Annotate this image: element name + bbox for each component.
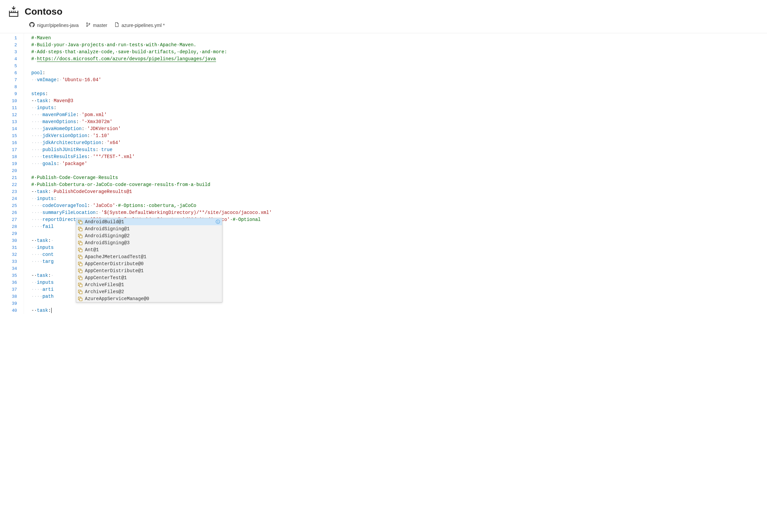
code-comment: #·Maven [31,35,51,41]
breadcrumb-file-label: azure-pipelines.yml * [121,23,165,28]
snippet-icon [78,268,83,273]
yaml-key: mavenOptions [43,119,76,124]
snippet-icon [78,219,83,225]
snippet-icon [78,226,83,232]
snippet-icon [78,240,83,246]
yaml-key: publishJUnitResults [43,147,96,152]
line-number: 40 [0,307,24,314]
yaml-value: Maven@3 [54,98,73,103]
yaml-key: jdkArchitectureOption [43,140,101,145]
yaml-key: inputs [37,105,54,110]
code-url[interactable]: https://docs.microsoft.com/azure/devops/… [37,56,216,62]
svg-rect-7 [80,228,82,231]
cursor [51,308,52,313]
line-number: 24 [0,195,24,202]
autocomplete-label: AppCenterDistribute@1 [85,268,143,273]
autocomplete-item[interactable]: AppCenterTest@1 [76,274,222,281]
line-number: 13 [0,118,24,125]
autocomplete-popup[interactable]: AndroidBuild@1ⓘAndroidSigning@1AndroidSi… [76,218,222,302]
yaml-key: pool [31,70,43,76]
line-number: 12 [0,111,24,118]
line-number: 21 [0,174,24,181]
svg-point-3 [89,23,90,24]
code-comment: #·Publish·Cobertura·or·JaCoCo·code·cover… [31,182,210,187]
code-comment: #·Publish·Code·Coverage·Results [31,175,118,180]
code-comment: ·#·Optional [230,217,261,222]
yaml-key: mavenPomFile [43,112,76,117]
autocomplete-label: AzureAppServiceManage@0 [85,296,149,301]
line-number: 4 [0,56,24,63]
line-number: 25 [0,202,24,209]
page-title: Contoso [25,6,63,17]
yaml-partial: fail [43,224,54,229]
github-icon [29,22,35,28]
autocomplete-label: AndroidSigning@1 [85,226,129,232]
yaml-key: jdkVersionOption [43,133,87,138]
yaml-key: vmImage [37,77,57,83]
svg-rect-25 [80,291,82,294]
yaml-value: 'x64' [107,140,121,145]
info-icon[interactable]: ⓘ [216,219,220,225]
autocomplete-item[interactable]: ArchiveFiles@2 [76,288,222,295]
yaml-key: inputs [37,196,54,201]
line-number: 1 [0,35,24,42]
yaml-key: inputs [37,280,54,285]
line-number: 22 [0,181,24,188]
line-number: 17 [0,146,24,153]
svg-rect-9 [80,235,82,238]
line-number: 11 [0,104,24,111]
snippet-icon [78,254,83,260]
line-number: 35 [0,272,24,279]
header: Contoso [0,0,767,21]
breadcrumb-branch[interactable]: master [86,22,107,28]
yaml-value: '**/TEST-*.xml' [93,154,135,159]
svg-rect-17 [80,263,82,266]
breadcrumb: nigurr/pipelines-java master azure-pipel… [0,21,767,33]
breadcrumb-branch-label: master [93,23,107,28]
yaml-value: '1.10' [93,133,109,138]
line-number: 18 [0,153,24,160]
yaml-partial: arti [43,287,54,292]
autocomplete-item[interactable]: AndroidBuild@1ⓘ [76,218,222,225]
gutter: 1234567891011121314151617181920212223242… [0,33,24,314]
yaml-value: 'pom.xml' [82,112,107,117]
line-number: 2 [0,42,24,49]
breadcrumb-file[interactable]: azure-pipelines.yml * [114,22,165,28]
svg-rect-0 [9,13,18,16]
line-number: 9 [0,90,24,97]
autocomplete-item[interactable]: ApacheJMeterLoadTest@1 [76,253,222,260]
line-number: 20 [0,167,24,174]
autocomplete-item[interactable]: AndroidSigning@1 [76,225,222,232]
file-icon [114,22,119,28]
yaml-value: PublishCodeCoverageResults@1 [54,189,132,194]
autocomplete-item[interactable]: AppCenterDistribute@1 [76,267,222,274]
autocomplete-item[interactable]: AndroidSigning@3 [76,239,222,246]
code-area[interactable]: #·Maven #·Build·your·Java·projects·and·r… [24,33,767,314]
svg-rect-11 [80,242,82,245]
autocomplete-item[interactable]: AndroidSigning@2 [76,232,222,239]
code-comment: #· [31,56,37,62]
autocomplete-item[interactable]: ArchiveFiles@1 [76,281,222,288]
snippet-icon [78,296,83,301]
yaml-value: '$(System.DefaultWorkingDirectory)/**/si… [101,210,272,215]
breadcrumb-repo[interactable]: nigurr/pipelines-java [29,22,79,28]
svg-point-1 [87,23,88,24]
yaml-partial: path [43,294,54,299]
autocomplete-item[interactable]: Ant@1 [76,246,222,253]
line-number: 23 [0,188,24,195]
code-editor[interactable]: 1234567891011121314151617181920212223242… [0,33,767,314]
line-number: 27 [0,216,24,223]
svg-rect-15 [80,256,82,259]
line-number: 31 [0,244,24,251]
line-number: 38 [0,293,24,300]
yaml-key: inputs [37,245,54,250]
autocomplete-label: ApacheJMeterLoadTest@1 [85,254,146,260]
svg-rect-21 [80,277,82,280]
yaml-value: '-Xmx3072m' [82,119,112,124]
breadcrumb-repo-label: nigurr/pipelines-java [37,23,79,28]
snippet-icon [78,233,83,239]
line-number: 3 [0,49,24,56]
autocomplete-item[interactable]: AppCenterDistribute@0 [76,260,222,267]
autocomplete-item[interactable]: AzureAppServiceManage@0 [76,295,222,302]
yaml-key: steps [31,91,45,96]
